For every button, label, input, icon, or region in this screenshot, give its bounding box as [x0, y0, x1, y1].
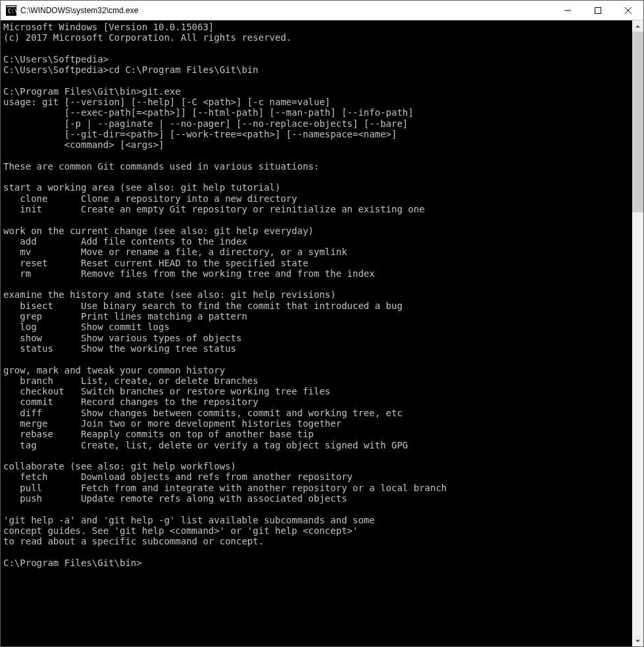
terminal-line: rm Remove files from the working tree an… — [3, 268, 632, 279]
cmd-icon: C:\ — [6, 5, 16, 16]
terminal-line: 'git help -a' and 'git help -g' list ava… — [3, 515, 632, 525]
terminal-line: Microsoft Windows [Version 10.0.15063] — [3, 22, 632, 32]
svg-rect-4 — [595, 8, 601, 14]
terminal-line: examine the history and state (see also:… — [3, 289, 632, 300]
terminal-line: (c) 2017 Microsoft Corporation. All righ… — [3, 32, 632, 43]
terminal-line: add Add file contents to the index — [3, 236, 632, 247]
terminal-line: concept guides. See 'git help <command>'… — [3, 525, 632, 536]
terminal-line: commit Record changes to the repository — [3, 396, 632, 407]
terminal-line: reset Reset current HEAD to the specifie… — [3, 258, 632, 268]
terminal-line: push Update remote refs along with assoc… — [3, 493, 632, 504]
terminal-line: usage: git [--version] [--help] [-C <pat… — [3, 97, 632, 107]
terminal-line: tag Create, list, delete or verify a tag… — [3, 440, 632, 450]
terminal-line: init Create an empty Git repository or r… — [3, 204, 632, 214]
terminal-output[interactable]: Microsoft Windows [Version 10.0.15063](c… — [1, 20, 632, 646]
scroll-down-arrow-icon[interactable] — [632, 635, 643, 646]
window-title: C:\WINDOWS\system32\cmd.exe — [20, 6, 553, 15]
titlebar[interactable]: C:\ C:\WINDOWS\system32\cmd.exe — [1, 1, 643, 20]
terminal-line: <command> [<args>] — [3, 139, 632, 150]
vertical-scrollbar[interactable] — [632, 20, 643, 646]
terminal-line: checkout Switch branches or restore work… — [3, 386, 632, 396]
terminal-line: C:\Users\Softpedia> — [3, 54, 632, 64]
terminal-line — [3, 43, 632, 54]
terminal-line: work on the current change (see also: gi… — [3, 226, 632, 236]
terminal-line: C:\Users\Softpedia>cd C:\Program Files\G… — [3, 64, 632, 75]
terminal-area: Microsoft Windows [Version 10.0.15063](c… — [1, 20, 643, 646]
terminal-line: fetch Download objects and refs from ano… — [3, 471, 632, 482]
terminal-line: [--git-dir=<path>] [--work-tree=<path>] … — [3, 129, 632, 139]
terminal-line — [3, 547, 632, 558]
svg-rect-1 — [7, 6, 16, 7]
terminal-line: log Show commit logs — [3, 322, 632, 332]
terminal-line: branch List, create, or delete branches — [3, 375, 632, 386]
terminal-line: mv Move or rename a file, a directory, o… — [3, 247, 632, 257]
svg-marker-7 — [635, 25, 640, 28]
terminal-line: rebase Reapply commits on top of another… — [3, 429, 632, 439]
scroll-thumb[interactable] — [632, 32, 643, 212]
terminal-line: status Show the working tree status — [3, 343, 632, 354]
terminal-line: bisect Use binary search to find the com… — [3, 300, 632, 311]
scroll-track[interactable] — [632, 32, 643, 635]
terminal-line: grow, mark and tweak your common history — [3, 365, 632, 375]
terminal-line: pull Fetch from and integrate with anoth… — [3, 483, 632, 493]
terminal-line: show Show various types of objects — [3, 333, 632, 343]
terminal-line — [3, 214, 632, 225]
terminal-line — [3, 504, 632, 514]
terminal-line: [-p | --paginate | --no-pager] [--no-rep… — [3, 118, 632, 129]
scroll-up-arrow-icon[interactable] — [632, 20, 643, 32]
terminal-line: C:\Program Files\Git\bin> — [3, 558, 632, 568]
close-button[interactable] — [613, 1, 643, 20]
terminal-line: to read about a specific subcommand or c… — [3, 536, 632, 546]
terminal-line — [3, 279, 632, 289]
terminal-line: clone Clone a repository into a new dire… — [3, 193, 632, 204]
svg-text:C:\: C:\ — [8, 9, 16, 14]
terminal-line: diff Show changes between commits, commi… — [3, 408, 632, 418]
terminal-line: grep Print lines matching a pattern — [3, 311, 632, 322]
terminal-line: merge Join two or more development histo… — [3, 418, 632, 429]
terminal-line — [3, 75, 632, 85]
window-controls — [553, 1, 643, 20]
svg-marker-8 — [635, 640, 640, 642]
maximize-button[interactable] — [583, 1, 613, 20]
terminal-line: [--exec-path[=<path>]] [--html-path] [--… — [3, 107, 632, 118]
terminal-line — [3, 354, 632, 364]
terminal-line — [3, 151, 632, 161]
minimize-button[interactable] — [553, 1, 583, 20]
terminal-line: collaborate (see also: git help workflow… — [3, 461, 632, 471]
terminal-line — [3, 450, 632, 461]
terminal-line: C:\Program Files\Git\bin>git.exe — [3, 86, 632, 97]
terminal-line: These are common Git commands used in va… — [3, 161, 632, 172]
terminal-line — [3, 172, 632, 182]
terminal-line: start a working area (see also: git help… — [3, 182, 632, 193]
